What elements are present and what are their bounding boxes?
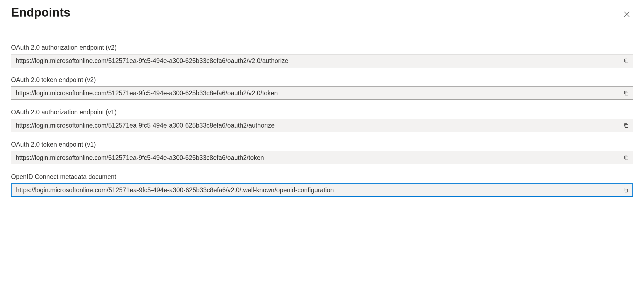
copy-button[interactable] [619, 87, 633, 99]
copy-icon [623, 58, 629, 64]
endpoint-field-group: OAuth 2.0 token endpoint (v1) [11, 141, 633, 164]
endpoint-field-group: OAuth 2.0 token endpoint (v2) [11, 76, 633, 100]
endpoint-input[interactable] [11, 87, 619, 99]
close-icon [623, 10, 631, 18]
endpoints-list: OAuth 2.0 authorization endpoint (v2) OA… [11, 44, 633, 197]
panel-header: Endpoints [11, 6, 633, 22]
endpoint-input-wrapper [11, 119, 633, 132]
endpoint-input[interactable] [12, 184, 619, 196]
svg-rect-6 [625, 189, 628, 192]
endpoint-input-wrapper [11, 86, 633, 100]
endpoint-input[interactable] [11, 151, 619, 164]
endpoint-field-group: OpenID Connect metadata document [11, 173, 633, 197]
svg-rect-3 [625, 92, 628, 95]
endpoint-input-wrapper [11, 151, 633, 164]
copy-button[interactable] [619, 54, 633, 67]
copy-icon [623, 90, 629, 96]
copy-icon [623, 123, 629, 128]
endpoint-input-wrapper [11, 54, 633, 67]
copy-icon [623, 187, 629, 193]
endpoint-label: OAuth 2.0 authorization endpoint (v1) [11, 109, 633, 116]
copy-button[interactable] [619, 184, 632, 196]
endpoint-label: OAuth 2.0 authorization endpoint (v2) [11, 44, 633, 51]
endpoint-input[interactable] [11, 54, 619, 67]
endpoint-input[interactable] [11, 119, 619, 132]
svg-rect-2 [625, 60, 628, 63]
copy-button[interactable] [619, 119, 633, 132]
page-title: Endpoints [11, 6, 70, 19]
endpoint-label: OAuth 2.0 token endpoint (v2) [11, 76, 633, 84]
copy-icon [623, 155, 629, 160]
endpoint-field-group: OAuth 2.0 authorization endpoint (v2) [11, 44, 633, 67]
close-button[interactable] [621, 8, 633, 22]
copy-button[interactable] [619, 151, 633, 164]
svg-rect-4 [625, 125, 628, 128]
endpoint-label: OAuth 2.0 token endpoint (v1) [11, 141, 633, 148]
endpoint-input-wrapper [11, 183, 633, 197]
svg-rect-5 [625, 157, 628, 160]
endpoint-field-group: OAuth 2.0 authorization endpoint (v1) [11, 109, 633, 132]
endpoint-label: OpenID Connect metadata document [11, 173, 633, 181]
